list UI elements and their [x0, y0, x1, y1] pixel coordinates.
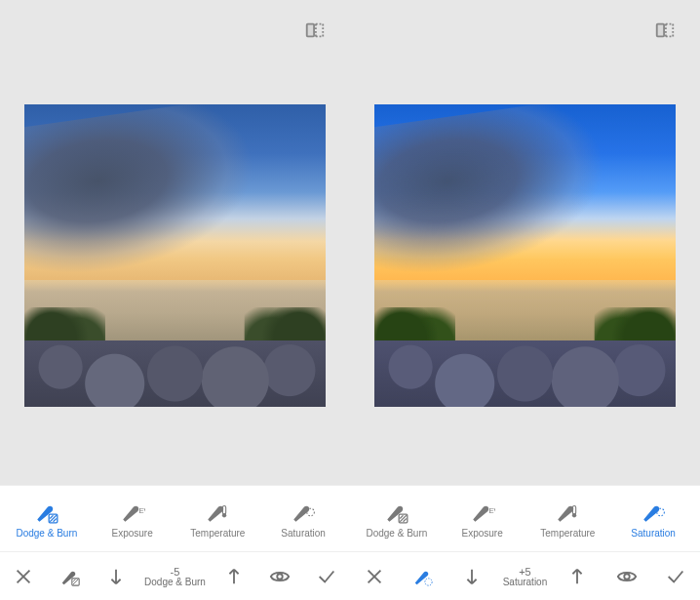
canvas-area [350, 0, 700, 485]
tool-label: Dodge & Burn [16, 528, 77, 539]
tool-label: Dodge & Burn [366, 528, 427, 539]
svg-point-23 [657, 508, 665, 516]
tool-dodge-burn[interactable]: Dodge & Burn [354, 500, 440, 539]
apply-button[interactable] [308, 566, 345, 587]
adjustment-label: Saturation [503, 578, 548, 587]
photo-preview[interactable] [24, 104, 326, 407]
increase-button[interactable] [215, 566, 253, 587]
apply-button[interactable] [657, 566, 694, 587]
toolbar: Dodge & Burn EV Exposure Temperature Sat… [0, 485, 350, 600]
svg-rect-13 [657, 24, 664, 37]
brush-mask-button[interactable] [52, 566, 89, 587]
svg-point-10 [307, 508, 315, 516]
svg-point-12 [278, 574, 284, 580]
tool-label: Exposure [462, 528, 503, 539]
brush-mask-button[interactable] [405, 566, 442, 587]
canvas-area [0, 0, 350, 485]
tool-label: Saturation [281, 528, 326, 539]
svg-rect-21 [573, 505, 576, 514]
cancel-button[interactable] [356, 566, 393, 587]
tool-label: Temperature [540, 528, 595, 539]
visibility-button[interactable] [261, 566, 298, 587]
tool-dodge-burn[interactable]: Dodge & Burn [4, 500, 90, 539]
svg-point-24 [425, 579, 432, 585]
tool-exposure[interactable]: EV Exposure [90, 500, 175, 539]
toolbar: Dodge & Burn EV Exposure Temperature Sat… [350, 485, 700, 600]
editor-panel-right: Dodge & Burn EV Exposure Temperature Sat… [350, 0, 700, 600]
adjustment-label: Dodge & Burn [144, 578, 206, 587]
tool-label: Temperature [190, 528, 245, 539]
svg-text:EV: EV [488, 506, 495, 515]
compare-icon[interactable] [654, 20, 676, 41]
photo-preview[interactable] [374, 104, 676, 407]
tool-temperature[interactable]: Temperature [175, 500, 261, 539]
tool-label: Exposure [112, 528, 153, 539]
svg-point-25 [624, 574, 630, 580]
svg-text:EV: EV [138, 506, 145, 515]
tool-temperature[interactable]: Temperature [525, 500, 611, 539]
cancel-button[interactable] [5, 566, 42, 587]
svg-point-9 [222, 513, 226, 517]
adjustment-value: -5 Dodge & Burn [144, 567, 206, 587]
svg-rect-0 [307, 24, 314, 37]
svg-point-22 [572, 513, 576, 517]
decrease-button[interactable] [453, 566, 490, 587]
tool-exposure[interactable]: EV Exposure [440, 500, 525, 539]
tool-saturation[interactable]: Saturation [260, 500, 346, 539]
decrease-button[interactable] [97, 566, 135, 587]
increase-button[interactable] [559, 566, 596, 587]
editor-panel-left: Dodge & Burn EV Exposure Temperature Sat… [0, 0, 350, 600]
tool-saturation[interactable]: Saturation [610, 500, 696, 539]
svg-rect-8 [223, 505, 226, 514]
adjustment-value: +5 Saturation [503, 567, 548, 587]
compare-icon[interactable] [304, 20, 326, 41]
visibility-button[interactable] [608, 566, 645, 587]
tool-label: Saturation [631, 528, 676, 539]
